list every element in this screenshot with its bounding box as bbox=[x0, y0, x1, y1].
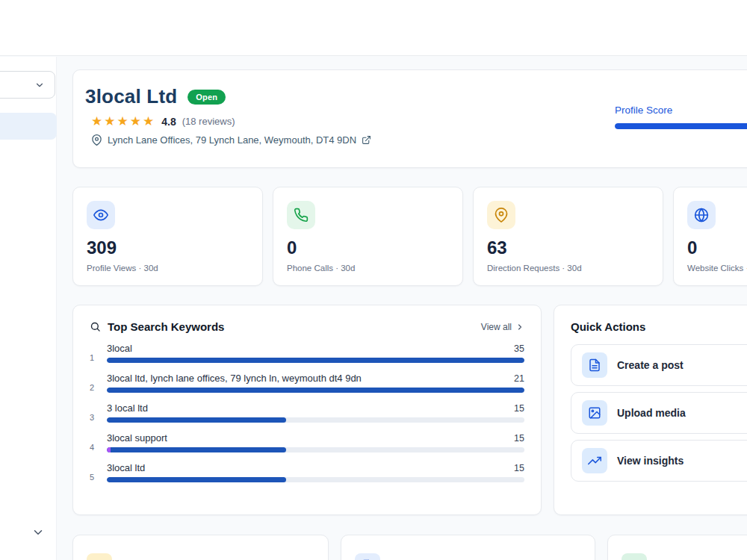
keyword-list: 1 3local 35 2 3local ltd, lynch lane off… bbox=[90, 343, 524, 482]
phone-icon bbox=[287, 201, 315, 229]
keyword-count: 21 bbox=[506, 373, 524, 384]
keyword-count: 15 bbox=[506, 433, 524, 444]
stat-value: 0 bbox=[287, 239, 449, 257]
keyword-term: 3local bbox=[107, 343, 132, 354]
keyword-bar-accent bbox=[107, 447, 111, 452]
keyword-row: 3 3 local ltd 15 bbox=[90, 402, 524, 423]
keyword-rank: 1 bbox=[90, 353, 100, 363]
quick-action-label: View insights bbox=[617, 455, 684, 467]
sidebar-location-select[interactable] bbox=[0, 71, 55, 99]
map-pin-icon bbox=[487, 201, 515, 229]
media-icon bbox=[582, 400, 607, 426]
stat-value: 0 bbox=[687, 239, 747, 257]
keyword-rank: 4 bbox=[90, 443, 100, 452]
image-icon bbox=[622, 553, 647, 560]
stat-card-phone-calls: 0 Phone Calls · 30d bbox=[273, 187, 463, 286]
keyword-row: 5 3local ltd 15 bbox=[90, 462, 524, 482]
quick-actions-title: Quick Actions bbox=[571, 320, 747, 333]
profile-score-bar-fill bbox=[615, 123, 747, 129]
keyword-count: 15 bbox=[506, 463, 524, 473]
map-pin-icon bbox=[91, 134, 102, 146]
keyword-term: 3local support bbox=[107, 432, 167, 444]
review-count: (18 reviews) bbox=[182, 116, 235, 127]
keyword-term: 3local ltd bbox=[107, 462, 145, 473]
keyword-bar bbox=[107, 388, 524, 393]
stat-label: Direction Requests · 30d bbox=[487, 264, 649, 273]
stat-value: 309 bbox=[87, 239, 249, 257]
stat-label: Profile Views · 30d bbox=[87, 264, 249, 273]
profile-score-block: Profile Score bbox=[615, 105, 747, 129]
document-icon bbox=[355, 553, 380, 560]
stat-label: Phone Calls · 30d bbox=[287, 264, 449, 273]
upload-media-button[interactable]: Upload media bbox=[571, 392, 747, 434]
keyword-row: 2 3local ltd, lynch lane offices, 79 lyn… bbox=[90, 373, 524, 393]
post-icon bbox=[582, 352, 607, 378]
keyword-bar bbox=[107, 358, 524, 363]
chevron-right-icon bbox=[515, 323, 524, 332]
rating-value: 4.8 bbox=[161, 116, 176, 128]
star-rating-icons: ★★★★★ bbox=[91, 115, 155, 128]
keyword-row: 4 3local support 15 bbox=[90, 432, 524, 452]
keyword-rank: 2 bbox=[90, 383, 100, 393]
keyword-count: 15 bbox=[506, 403, 524, 414]
address-link[interactable]: Lynch Lane Offices, 79 Lynch Lane, Weymo… bbox=[73, 128, 371, 146]
view-all-label: View all bbox=[481, 322, 512, 332]
keyword-bar-fill bbox=[107, 388, 524, 393]
stat-card-website-clicks: 0 Website Clicks · 30d bbox=[673, 187, 747, 286]
keyword-bar-fill bbox=[107, 358, 524, 363]
create-post-button[interactable]: Create a post bbox=[571, 344, 747, 386]
sidebar-collapse-chevron-down-icon[interactable] bbox=[31, 526, 45, 539]
external-link-icon bbox=[362, 135, 371, 145]
search-icon bbox=[90, 321, 101, 332]
top-bar bbox=[0, 0, 747, 56]
keyword-bar-fill bbox=[107, 447, 286, 452]
reviews-section-card[interactable]: Reviews bbox=[72, 535, 329, 560]
keyword-bar bbox=[107, 447, 524, 452]
keyword-bar-fill bbox=[107, 417, 286, 423]
insights-icon bbox=[582, 448, 607, 473]
top-search-keywords-card: Top Search Keywords View all 1 3local 35… bbox=[72, 305, 542, 515]
profile-score-label: Profile Score bbox=[615, 105, 747, 116]
profile-score-bar bbox=[615, 123, 747, 129]
business-header-card: 3local Ltd Open ★★★★★ 4.8 (18 reviews) L… bbox=[72, 69, 747, 168]
quick-actions-card: Quick Actions Create a post Upload media… bbox=[554, 305, 747, 515]
keyword-bar bbox=[107, 417, 524, 423]
keyword-count: 35 bbox=[506, 343, 524, 354]
status-badge: Open bbox=[187, 90, 226, 105]
quick-action-label: Upload media bbox=[617, 407, 686, 419]
content-section-card[interactable]: Content bbox=[341, 535, 595, 560]
keyword-rank: 3 bbox=[90, 413, 100, 423]
keyword-term: 3 local ltd bbox=[107, 402, 148, 414]
keywords-card-title: Top Search Keywords bbox=[108, 320, 224, 333]
media-section-card[interactable]: Media bbox=[607, 535, 747, 560]
keyword-bar-fill bbox=[107, 477, 286, 482]
sidebar bbox=[0, 57, 57, 560]
keyword-row: 1 3local 35 bbox=[90, 343, 524, 363]
address-text: Lynch Lane Offices, 79 Lynch Lane, Weymo… bbox=[108, 134, 356, 146]
stat-value: 63 bbox=[487, 239, 649, 257]
globe-icon bbox=[687, 201, 716, 229]
sidebar-item-active[interactable] bbox=[0, 113, 57, 140]
quick-action-label: Create a post bbox=[617, 359, 684, 371]
view-all-link[interactable]: View all bbox=[481, 322, 524, 332]
view-insights-button[interactable]: View insights bbox=[571, 440, 747, 482]
keyword-bar bbox=[107, 477, 524, 482]
stat-label: Website Clicks · 30d bbox=[687, 264, 747, 273]
eye-icon bbox=[87, 201, 115, 229]
keyword-term: 3local ltd, lynch lane offices, 79 lynch… bbox=[107, 373, 362, 384]
business-name: 3local Ltd bbox=[85, 85, 177, 108]
stat-card-direction-requests: 63 Direction Requests · 30d bbox=[473, 187, 663, 286]
stat-card-profile-views: 309 Profile Views · 30d bbox=[72, 187, 263, 286]
star-icon bbox=[87, 553, 112, 560]
keyword-rank: 5 bbox=[90, 473, 100, 482]
business-title-row: 3local Ltd Open bbox=[73, 70, 747, 108]
chevron-down-icon bbox=[34, 80, 45, 90]
